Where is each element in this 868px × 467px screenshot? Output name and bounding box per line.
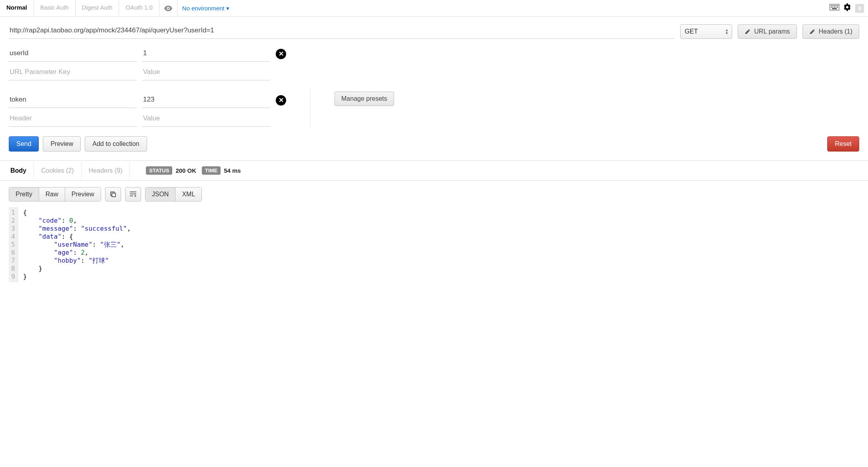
url-param-row: ✕ xyxy=(9,46,297,62)
header-value-input-blank[interactable] xyxy=(142,111,270,127)
delete-row-button[interactable]: ✕ xyxy=(276,49,286,59)
url-param-value-input-blank[interactable] xyxy=(142,65,270,80)
auth-tab-oauth1[interactable]: OAuth 1.0 xyxy=(119,0,159,16)
header-value-input[interactable] xyxy=(142,92,270,108)
response-body-code: 123456789 { "code": 0, "message": "succe… xyxy=(0,206,868,294)
headers-button[interactable]: Headers (1) xyxy=(802,24,859,39)
select-arrows-icon: ▴▾ xyxy=(726,28,728,35)
add-to-collection-button[interactable]: Add to collection xyxy=(85,136,147,152)
status-value: 200 OK xyxy=(175,167,199,174)
view-mode-group: Pretty Raw Preview xyxy=(9,187,101,202)
url-param-row-blank xyxy=(9,65,297,80)
send-button[interactable]: Send xyxy=(9,136,39,152)
svg-rect-7 xyxy=(832,7,833,8)
svg-rect-3 xyxy=(834,5,835,6)
view-mode-pretty[interactable]: Pretty xyxy=(9,188,39,201)
http-method-select[interactable]: GET ▴▾ xyxy=(680,24,732,39)
top-bar: Normal Basic Auth Digest Auth OAuth 1.0 … xyxy=(0,0,868,17)
url-param-value-input[interactable] xyxy=(142,46,270,62)
view-mode-raw[interactable]: Raw xyxy=(39,188,65,201)
url-params-button[interactable]: URL params xyxy=(738,24,796,39)
svg-rect-8 xyxy=(834,7,835,8)
header-row-blank xyxy=(9,111,286,127)
edit-icon xyxy=(809,28,816,35)
queue-count-badge[interactable]: 0 xyxy=(855,4,864,13)
view-mode-preview[interactable]: Preview xyxy=(65,188,101,201)
reset-button[interactable]: Reset xyxy=(827,136,859,152)
response-tab-body[interactable]: Body xyxy=(3,162,34,179)
vertical-separator xyxy=(310,89,311,127)
auth-tab-normal[interactable]: Normal xyxy=(0,0,34,16)
header-key-input-blank[interactable] xyxy=(9,111,137,127)
response-tab-headers[interactable]: Headers (9) xyxy=(82,162,130,179)
preview-button[interactable]: Preview xyxy=(43,136,81,152)
headers-editor: ✕ xyxy=(9,89,286,127)
delete-row-button[interactable]: ✕ xyxy=(276,95,286,106)
environment-label: No environment xyxy=(182,5,225,12)
svg-rect-1 xyxy=(831,5,832,6)
svg-rect-9 xyxy=(836,7,836,8)
manage-presets-button[interactable]: Manage presets xyxy=(334,92,394,106)
topbar-icons: 0 xyxy=(830,0,868,16)
chevron-down-icon: ▾ xyxy=(226,5,229,12)
headers-button-label: Headers (1) xyxy=(819,28,852,35)
header-row: ✕ xyxy=(9,92,286,108)
manage-presets-label: Manage presets xyxy=(341,95,387,102)
edit-icon xyxy=(745,28,751,35)
line-number-gutter: 123456789 xyxy=(9,207,18,282)
response-body-controls: Pretty Raw Preview JSON XML xyxy=(0,181,868,206)
svg-rect-6 xyxy=(831,7,832,8)
wrap-icon xyxy=(130,192,136,197)
settings-icon[interactable] xyxy=(843,3,851,13)
json-code[interactable]: { "code": 0, "message": "successful", "d… xyxy=(18,207,136,282)
keyboard-icon[interactable] xyxy=(830,4,839,12)
headers-editor-block: ✕ Manage presets xyxy=(0,80,868,127)
preview-eye-icon[interactable] xyxy=(159,0,177,16)
url-param-key-input-blank[interactable] xyxy=(9,65,137,80)
url-param-key-input[interactable] xyxy=(9,46,137,62)
header-key-input[interactable] xyxy=(9,92,137,108)
auth-tabs: Normal Basic Auth Digest Auth OAuth 1.0 xyxy=(0,0,159,16)
svg-rect-10 xyxy=(837,7,838,8)
request-url-row: GET ▴▾ URL params Headers (1) xyxy=(0,17,868,40)
url-params-editor: ✕ xyxy=(0,40,868,80)
response-tabs: Body Cookies (2) Headers (9) STATUS 200 … xyxy=(0,161,868,181)
request-actions: Send Preview Add to collection Reset xyxy=(0,127,868,160)
format-mode-group: JSON XML xyxy=(145,187,202,202)
auth-tab-digest[interactable]: Digest Auth xyxy=(76,0,119,16)
svg-rect-4 xyxy=(836,5,836,6)
time-value: 54 ms xyxy=(223,167,244,174)
svg-rect-11 xyxy=(832,8,837,9)
svg-rect-2 xyxy=(832,5,833,6)
environment-dropdown[interactable]: No environment ▾ xyxy=(177,0,234,16)
url-input[interactable] xyxy=(9,24,675,39)
svg-rect-5 xyxy=(837,5,838,6)
svg-rect-13 xyxy=(112,193,115,197)
copy-body-button[interactable] xyxy=(105,187,121,202)
wrap-lines-button[interactable] xyxy=(125,187,141,202)
format-mode-xml[interactable]: XML xyxy=(175,188,201,201)
http-method-value: GET xyxy=(685,28,698,35)
auth-tab-basic[interactable]: Basic Auth xyxy=(34,0,76,16)
response-tab-cookies[interactable]: Cookies (2) xyxy=(34,162,82,179)
status-label: STATUS xyxy=(146,166,172,175)
url-params-button-label: URL params xyxy=(754,28,790,35)
time-label: TIME xyxy=(202,166,221,175)
response-status-area: STATUS 200 OK TIME 54 ms xyxy=(146,166,244,175)
format-mode-json[interactable]: JSON xyxy=(145,188,176,201)
copy-icon xyxy=(110,192,116,197)
